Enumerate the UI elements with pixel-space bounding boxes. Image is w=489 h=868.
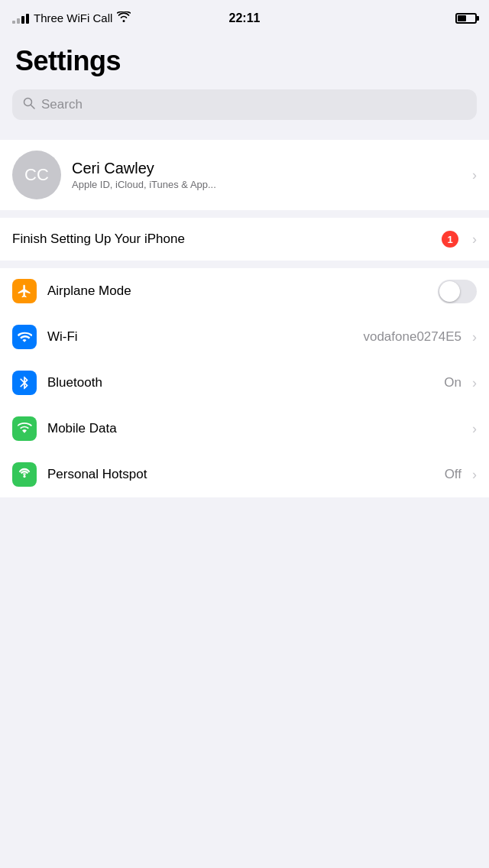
search-container: Search: [0, 83, 489, 132]
wifi-row[interactable]: Wi-Fi vodafone0274E5 ›: [0, 314, 489, 360]
section-gap-3: [0, 261, 489, 268]
bluetooth-value: On: [444, 375, 461, 390]
search-bar[interactable]: Search: [12, 89, 477, 120]
bluetooth-row[interactable]: Bluetooth On ›: [0, 360, 489, 406]
section-gap-2: [0, 210, 489, 218]
bluetooth-label: Bluetooth: [47, 375, 444, 390]
carrier-label: Three WiFi Call: [34, 11, 112, 24]
status-bar: Three WiFi Call 22:11: [0, 0, 489, 36]
finish-setup-label: Finish Setting Up Your iPhone: [12, 232, 442, 247]
apple-id-section: CC Ceri Cawley Apple ID, iCloud, iTunes …: [0, 140, 489, 210]
status-left: Three WiFi Call: [12, 11, 131, 25]
signal-icon: [12, 13, 29, 24]
section-gap-1: [0, 132, 489, 140]
mobile-data-label: Mobile Data: [47, 421, 466, 436]
avatar: CC: [12, 151, 61, 199]
time-label: 22:11: [229, 11, 261, 25]
personal-hotspot-chevron-icon: ›: [472, 467, 477, 483]
bluetooth-chevron-icon: ›: [472, 375, 477, 391]
personal-hotspot-value: Off: [445, 467, 461, 482]
apple-id-subtitle: Apple ID, iCloud, iTunes & App...: [72, 179, 466, 190]
airplane-mode-label: Airplane Mode: [47, 283, 438, 299]
mobile-data-row[interactable]: Mobile Data ›: [0, 406, 489, 452]
mobile-data-icon: [12, 416, 37, 441]
page-title-section: Settings: [0, 36, 489, 83]
search-placeholder: Search: [41, 97, 83, 112]
airplane-mode-toggle[interactable]: [438, 280, 477, 303]
wifi-label: Wi-Fi: [47, 329, 363, 345]
search-icon: [23, 97, 35, 112]
finish-setup-badge: 1: [442, 231, 458, 248]
apple-id-info: Ceri Cawley Apple ID, iCloud, iTunes & A…: [72, 160, 466, 190]
personal-hotspot-label: Personal Hotspot: [47, 467, 445, 482]
wifi-status-icon: [117, 11, 131, 25]
bluetooth-icon: [12, 371, 37, 395]
mobile-data-chevron-icon: ›: [472, 421, 477, 437]
svg-line-1: [31, 105, 35, 109]
wifi-chevron-icon: ›: [472, 329, 477, 345]
connectivity-section: Airplane Mode Wi-Fi vodafone0274E5 › Blu…: [0, 268, 489, 497]
chevron-right-icon: ›: [472, 167, 477, 183]
apple-id-row[interactable]: CC Ceri Cawley Apple ID, iCloud, iTunes …: [0, 140, 489, 210]
finish-setup-chevron-icon: ›: [472, 232, 477, 248]
personal-hotspot-icon: [12, 462, 37, 487]
battery-icon: [455, 13, 477, 24]
apple-id-name: Ceri Cawley: [72, 160, 466, 177]
wifi-value: vodafone0274E5: [363, 329, 461, 345]
status-right: [455, 13, 477, 24]
personal-hotspot-row[interactable]: Personal Hotspot Off ›: [0, 452, 489, 497]
page-title: Settings: [15, 45, 474, 77]
airplane-mode-icon: [12, 279, 37, 303]
finish-setup-row[interactable]: Finish Setting Up Your iPhone 1 ›: [0, 218, 489, 261]
wifi-icon: [12, 325, 37, 349]
finish-setup-section: Finish Setting Up Your iPhone 1 ›: [0, 218, 489, 261]
avatar-initials: CC: [24, 165, 49, 185]
airplane-mode-row[interactable]: Airplane Mode: [0, 268, 489, 314]
